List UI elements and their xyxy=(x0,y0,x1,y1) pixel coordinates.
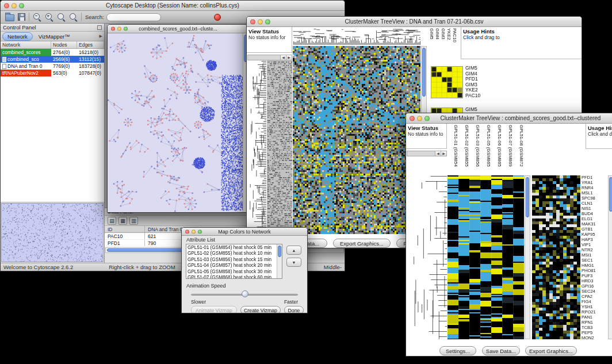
array-column-labels: GPL51-01 (GSM854GPL51-02 (GSM855GPL51-03… xyxy=(447,125,528,182)
gene-label: PEP5 xyxy=(582,330,607,335)
tab-vizmapper[interactable]: VizMapper™ xyxy=(34,33,75,40)
gene-label: GPI16 xyxy=(582,283,607,289)
gene-label: PAN1 xyxy=(582,315,607,320)
attribute-list-item[interactable]: GPL51-03 (GSM856) heat shock 15 min xyxy=(188,257,276,263)
expression-heatmap[interactable] xyxy=(447,175,524,339)
tab-overflow-icon[interactable]: ▶ xyxy=(100,34,102,39)
network-row[interactable]: DNA and Tran 0 7769(0) 183728(0) xyxy=(1,63,104,70)
minimize-icon[interactable] xyxy=(417,116,422,121)
slider-knob[interactable] xyxy=(242,290,248,297)
move-up-button[interactable]: ▲ xyxy=(286,246,301,255)
expression-heatmap[interactable] xyxy=(293,46,420,234)
gene-label: MSI1 xyxy=(582,252,607,258)
attribute-list-item[interactable]: GPL51-01 (GSM854) heat shock 05 min xyxy=(188,245,276,251)
gene-label: MON2 xyxy=(582,335,607,340)
close-icon[interactable] xyxy=(4,3,9,8)
zoom-icon[interactable] xyxy=(19,3,24,8)
move-down-button[interactable]: ▼ xyxy=(286,258,301,267)
view-status-panel: View Status No status info for xyxy=(247,27,292,53)
tab-network[interactable]: Network xyxy=(2,32,33,41)
network-row[interactable]: tRNAPuberNov2 563(0) 107847(0) xyxy=(1,70,104,76)
attribute-list-item[interactable]: GPL51-04 (GSM857) heat shock 20 min xyxy=(188,263,276,269)
attribute-list-item[interactable]: GPL51-07 (GSM868) heat shock 60 min xyxy=(188,275,276,279)
row-dendrogram[interactable] xyxy=(407,175,447,339)
minimize-icon[interactable] xyxy=(12,3,17,8)
network-row[interactable]: combined_scores 2764(0) 16218(0) xyxy=(1,49,104,56)
network-overview-thumbnail[interactable] xyxy=(1,203,104,262)
row-dendrogram[interactable] xyxy=(247,60,266,234)
network-window-titlebar[interactable]: combined_scores_good.txt--cluste... xyxy=(108,25,248,33)
column-dendrogram[interactable] xyxy=(293,28,420,45)
select-attributes-icon[interactable]: ▤ xyxy=(108,217,116,225)
mini-scrollbar[interactable]: ◀ ▶ xyxy=(247,55,292,60)
create-attribute-icon[interactable]: ▦ xyxy=(118,217,127,225)
network-row[interactable]: combined_sco 2569(6) 13112(15) xyxy=(1,56,104,63)
zoom-out-icon[interactable] xyxy=(33,13,41,21)
treeview2-title: ClusterMaker TreeView : combined_scores_… xyxy=(441,115,601,121)
gene-label: YRA1 xyxy=(582,180,607,185)
gene-label: ELG1 xyxy=(582,216,607,221)
up-arrow-icon: ▲ xyxy=(292,248,296,252)
zoom-icon[interactable] xyxy=(124,27,128,31)
minimize-icon[interactable] xyxy=(192,229,196,233)
treeview1-title: ClusterMaker TreeView : DNA and Tran 07-… xyxy=(345,18,483,25)
zoom-fit-icon[interactable] xyxy=(57,13,66,21)
save-session-icon[interactable] xyxy=(18,13,25,21)
save-data-button[interactable]: Save Data... xyxy=(482,346,520,355)
open-session-icon[interactable] xyxy=(5,14,14,21)
export-graphics-button[interactable]: Export Graphics... xyxy=(525,346,577,355)
annotation-red-icon[interactable] xyxy=(214,14,221,21)
usage-hints-title: Usage Hints xyxy=(463,28,580,35)
treeview1-titlebar[interactable]: ClusterMaker TreeView : DNA and Tran 07-… xyxy=(247,17,582,27)
correlation-matrix[interactable] xyxy=(431,66,463,98)
delete-attribute-icon[interactable]: ▥ xyxy=(129,217,138,225)
dialog-titlebar[interactable]: Map Colors to Network xyxy=(182,228,307,236)
zoom-in-icon[interactable] xyxy=(45,13,53,21)
gene-label: TCB3 xyxy=(582,325,607,330)
zoom-icon[interactable] xyxy=(424,116,430,121)
animate-vizmap-button[interactable]: Animate Vizmap xyxy=(191,306,237,313)
gene-label: PFD1 xyxy=(582,175,607,180)
create-vizmap-button[interactable]: Create Vizmap xyxy=(240,306,281,313)
zoom-icon[interactable] xyxy=(265,19,270,24)
export-graphics-button[interactable]: Export Graphics... xyxy=(333,239,391,248)
attribute-list-item[interactable]: GPL51-05 (GSM858) heat shock 30 min xyxy=(188,269,276,275)
gene-label: HMG1 xyxy=(582,263,607,268)
gene-label: MSL1 xyxy=(582,190,607,196)
mini-scrollbar[interactable]: ◀ ▶ xyxy=(407,151,447,156)
minimize-icon[interactable] xyxy=(258,19,263,24)
main-titlebar[interactable]: Cytoscape Desktop (Session Name: collins… xyxy=(1,1,345,11)
scroll-right-icon[interactable]: ▶ xyxy=(441,151,446,156)
zoom-selected-icon[interactable] xyxy=(69,13,78,21)
scroll-left-icon[interactable]: ◀ xyxy=(280,55,286,60)
zoom-heatmap[interactable] xyxy=(532,175,580,339)
gene-label: HRD3 xyxy=(582,278,607,283)
settings-button[interactable]: Settings... xyxy=(439,346,476,355)
gene-label: PHO81 xyxy=(582,268,607,273)
window-controls xyxy=(410,116,430,121)
attribute-list[interactable]: GPL51-01 (GSM854) heat shock 05 minGPL51… xyxy=(186,244,282,279)
close-icon[interactable] xyxy=(250,19,255,24)
network-window-title: combined_scores_good.txt--cluste... xyxy=(139,26,217,32)
network-view-window: combined_scores_good.txt--cluste... xyxy=(107,24,249,213)
treeview2-titlebar[interactable]: ClusterMaker TreeView : combined_scores_… xyxy=(406,113,612,124)
zoom-icon[interactable] xyxy=(198,229,202,233)
minimize-icon[interactable] xyxy=(117,27,121,31)
search-input[interactable] xyxy=(106,13,161,21)
done-button[interactable]: Done xyxy=(284,306,304,313)
attribute-list-item[interactable]: GPL51-02 (GSM855) heat shock 10 min xyxy=(188,251,276,256)
status-pan-hint: Middle- xyxy=(324,264,342,270)
scroll-right-icon[interactable]: ▶ xyxy=(286,55,292,60)
gene-label: NTR2 xyxy=(582,247,607,252)
close-icon[interactable] xyxy=(185,229,189,233)
attribute-list-vscrollbar[interactable] xyxy=(277,244,282,278)
view-status-text: No status info for xyxy=(248,35,290,40)
float-panel-icon[interactable] xyxy=(97,25,102,30)
close-icon[interactable] xyxy=(111,27,115,31)
close-icon[interactable] xyxy=(410,116,415,121)
scroll-left-icon[interactable]: ◀ xyxy=(435,151,441,156)
network-graph-view[interactable] xyxy=(108,33,243,213)
heatmap-vscrollbar[interactable] xyxy=(525,175,530,339)
gene-label: KAP95 xyxy=(582,232,607,237)
zoom-vscrollbar[interactable] xyxy=(608,175,612,339)
